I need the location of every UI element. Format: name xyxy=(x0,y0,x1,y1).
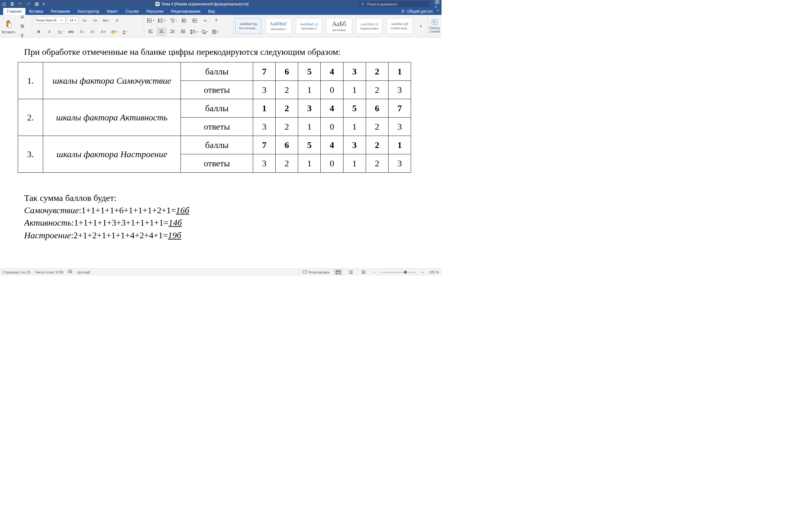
text-effects-icon[interactable]: A▾ xyxy=(99,27,108,36)
superscript-button[interactable]: X2 xyxy=(88,27,97,36)
search-input[interactable] xyxy=(366,2,421,6)
tab-draw[interactable]: Рисование xyxy=(47,8,73,15)
score-cell: 5 xyxy=(298,62,321,81)
style-title[interactable]: АаБбЗаголовок xyxy=(326,18,352,34)
zoom-slider-knob[interactable] xyxy=(404,271,407,274)
status-word-count[interactable]: Число слов: 5726 xyxy=(35,270,63,274)
row-number: 3. xyxy=(18,136,43,173)
font-name-combo[interactable]: Times New R...▼ xyxy=(34,17,66,24)
score-cell: 1 xyxy=(253,99,275,118)
bullets-icon[interactable]: ▾ xyxy=(146,16,156,24)
answer-cell: 1 xyxy=(343,118,366,136)
view-outline-icon[interactable] xyxy=(347,269,355,275)
styles-pane-icon: ¶ xyxy=(431,19,438,26)
document-page: При обработке отмеченные на бланке цифры… xyxy=(8,38,433,268)
styles-pane-button[interactable]: ¶ Панель стилей xyxy=(427,15,442,37)
svg-rect-0 xyxy=(11,4,13,5)
collapse-ribbon-icon[interactable]: ^ xyxy=(437,9,439,13)
decrease-indent-icon[interactable] xyxy=(179,16,189,24)
align-left-icon[interactable] xyxy=(146,27,155,36)
undo-icon[interactable] xyxy=(18,2,22,6)
zoom-level[interactable]: 225 % xyxy=(429,270,439,274)
status-language[interactable]: русский xyxy=(78,270,90,274)
tab-home[interactable]: Главная xyxy=(3,8,26,15)
window-title: W Тема 4 [Режим ограниченной функциональ… xyxy=(47,2,357,6)
shrink-font-icon[interactable]: A▾ xyxy=(90,16,100,24)
tab-design[interactable]: Конструктор xyxy=(74,8,103,15)
answer-cell: 2 xyxy=(275,118,298,136)
factor-name: шкалы фактора Активность xyxy=(43,99,181,136)
search-box[interactable] xyxy=(359,1,429,7)
focus-icon xyxy=(303,270,307,274)
tab-mailings[interactable]: Рассылки xyxy=(142,8,167,15)
highlight-color-icon[interactable]: ab▾ xyxy=(109,27,119,36)
underline-button[interactable]: Ч▾ xyxy=(55,27,65,36)
change-case-icon[interactable]: Aa▾ xyxy=(101,16,111,24)
ribbon: Вставить Times New R...▼ 14▼ A▴ A▾ Aa▾ A… xyxy=(0,15,442,38)
redo-icon[interactable] xyxy=(26,2,31,6)
sum-factor: Активность xyxy=(24,218,72,228)
save-icon[interactable] xyxy=(10,2,14,6)
score-cell: 7 xyxy=(253,136,275,154)
svg-rect-14 xyxy=(21,25,23,27)
zoom-in-button[interactable]: + xyxy=(420,270,425,274)
share-button[interactable]: Общий доступ xyxy=(401,8,433,15)
show-marks-icon[interactable]: ¶ xyxy=(212,16,221,24)
font-size-combo[interactable]: 14▼ xyxy=(67,17,78,24)
style-subtle-emphasis[interactable]: АаБбВвГгДдСлабое выд... xyxy=(387,18,413,34)
customize-qat-icon[interactable]: ▾ xyxy=(43,2,45,6)
sum-result: 16б xyxy=(176,205,189,215)
tab-insert[interactable]: Вставка xyxy=(26,8,47,15)
multilevel-list-icon[interactable]: ▾ xyxy=(168,16,178,24)
svg-point-4 xyxy=(362,3,364,5)
grow-font-icon[interactable]: A▴ xyxy=(80,16,89,24)
style-subtitle[interactable]: АаБбВвГгДПодзаголовок xyxy=(356,18,382,34)
clear-formatting-icon[interactable]: A̷ xyxy=(112,16,121,24)
document-area[interactable]: При обработке отмеченные на бланке цифры… xyxy=(0,38,442,268)
align-center-icon[interactable] xyxy=(157,27,166,36)
style-no-spacing[interactable]: АаБбВвГгДдБез интерва... xyxy=(235,18,261,34)
increase-indent-icon[interactable] xyxy=(190,16,200,24)
view-print-layout-icon[interactable] xyxy=(334,269,342,275)
sum-factor: Самочувствие xyxy=(24,205,79,215)
sort-icon[interactable]: A↓ xyxy=(201,16,210,24)
bold-button[interactable]: Ж xyxy=(34,27,44,36)
answer-cell: 2 xyxy=(366,118,388,136)
style-sample: АаБб xyxy=(332,20,346,27)
share-icon xyxy=(401,9,405,14)
align-right-icon[interactable] xyxy=(167,27,177,36)
strikethrough-button[interactable]: abc xyxy=(66,27,76,36)
italic-button[interactable]: К xyxy=(45,27,54,36)
home-icon[interactable] xyxy=(2,2,6,6)
print-icon[interactable] xyxy=(35,2,39,6)
zoom-slider[interactable] xyxy=(381,272,416,273)
copy-icon[interactable] xyxy=(17,22,27,30)
tab-view[interactable]: Вид xyxy=(204,8,219,15)
status-page[interactable]: Страница 3 из 25 xyxy=(3,270,31,274)
justify-icon[interactable] xyxy=(178,27,188,36)
tab-review[interactable]: Рецензирование xyxy=(167,8,204,15)
styles-more-icon[interactable]: ▸ xyxy=(416,22,426,30)
tab-references[interactable]: Ссылки xyxy=(121,8,142,15)
answer-cell: 3 xyxy=(388,118,411,136)
paste-button[interactable] xyxy=(4,18,13,30)
style-heading1[interactable]: АаБбВвГЗаголовок 1 xyxy=(265,18,292,34)
score-cell: 4 xyxy=(321,136,343,154)
spellcheck-icon[interactable] xyxy=(68,270,73,275)
line-spacing-icon[interactable]: ▾ xyxy=(189,27,199,36)
numbering-icon[interactable]: 123▾ xyxy=(157,16,167,24)
style-label: Заголовок 1 xyxy=(270,27,287,31)
focus-mode-button[interactable]: Фокусировка xyxy=(303,270,329,274)
svg-rect-9 xyxy=(7,20,9,22)
zoom-out-button[interactable]: − xyxy=(372,270,376,274)
borders-icon[interactable]: ▾ xyxy=(211,27,220,36)
svg-rect-13 xyxy=(21,25,24,27)
style-heading2[interactable]: АаБбВвГгДЗаголовок 2 xyxy=(296,18,322,34)
view-web-layout-icon[interactable] xyxy=(359,269,368,275)
account-icon[interactable]: ▾ xyxy=(435,0,440,9)
shading-icon[interactable]: ▾ xyxy=(200,27,209,36)
font-color-icon[interactable]: A▾ xyxy=(120,27,130,36)
tab-layout[interactable]: Макет xyxy=(103,8,121,15)
subscript-button[interactable]: X2 xyxy=(77,27,87,36)
quick-access-toolbar: ▾ xyxy=(2,2,45,6)
